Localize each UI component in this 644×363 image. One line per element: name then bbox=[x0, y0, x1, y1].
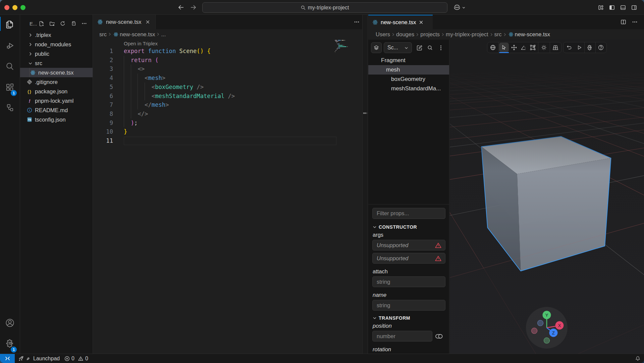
sidebar-item-triplex[interactable] bbox=[0, 99, 20, 116]
editor-more-actions-button[interactable] bbox=[354, 19, 360, 25]
panel-tab-new-scene[interactable]: new-scene.tsx bbox=[368, 15, 433, 29]
3d-viewport[interactable]: YXZ bbox=[450, 40, 644, 354]
code-line-8[interactable]: 8 </> bbox=[93, 109, 362, 119]
sidebar-item-extensions[interactable]: 1 bbox=[0, 79, 20, 96]
breadcrumb-item-src[interactable]: src bbox=[99, 31, 107, 38]
explorer-more-actions-button[interactable] bbox=[80, 20, 88, 27]
file-tree-item-src[interactable]: src bbox=[20, 58, 93, 68]
prop-input-args[interactable]: Unsupported bbox=[372, 253, 445, 264]
panel-breadcrumb-item[interactable]: my-triplex-project bbox=[446, 31, 488, 38]
scene-layers-button[interactable] bbox=[371, 42, 382, 53]
manage-button[interactable]: 1 bbox=[0, 334, 20, 352]
collapse-folders-button[interactable] bbox=[70, 20, 77, 27]
file-tree-item-pnpm-lock-yaml[interactable]: !pnpm-lock.yaml bbox=[20, 96, 93, 105]
panel-breadcrumb-item[interactable]: new-scene.tsx bbox=[515, 31, 550, 38]
breadcrumb-item-symbol[interactable]: ... bbox=[161, 31, 166, 38]
select-tool-button[interactable] bbox=[499, 42, 509, 53]
codelens-open-in-triplex[interactable]: Open in Triplex bbox=[124, 41, 158, 46]
prop-toggle-position[interactable] bbox=[435, 334, 443, 339]
minimize-window-button[interactable] bbox=[12, 5, 17, 10]
scene-tree-item-fragment[interactable]: Fragment bbox=[368, 56, 449, 65]
tsconfig-file-icon: TS bbox=[27, 117, 32, 122]
accounts-button[interactable] bbox=[0, 314, 20, 331]
lighting-button[interactable] bbox=[538, 42, 550, 53]
sidebar-item-explorer[interactable] bbox=[0, 15, 20, 33]
notifications-button[interactable] bbox=[635, 356, 641, 361]
scene-tree-item-boxgeometry[interactable]: boxGeometry bbox=[368, 75, 449, 84]
close-tab-button[interactable] bbox=[144, 19, 151, 26]
toggle-primary-sidebar-button[interactable] bbox=[606, 2, 618, 12]
code-line-9[interactable]: 9 ); bbox=[93, 119, 362, 128]
panel-breadcrumb-item[interactable]: src bbox=[494, 31, 502, 38]
navigate-forward-button[interactable] bbox=[189, 3, 198, 12]
prop-input-position[interactable]: number bbox=[372, 331, 432, 342]
zoom-window-button[interactable] bbox=[20, 5, 25, 10]
code-editor[interactable]: Open in Triplex 1export function Scene()… bbox=[93, 39, 362, 354]
scene-select-dropdown[interactable]: Sc... bbox=[384, 42, 412, 53]
file-tree-item-readme-md[interactable]: README.md bbox=[20, 105, 93, 115]
panel-breadcrumb-item[interactable]: projects bbox=[420, 31, 440, 38]
file-tree-item--gitignore[interactable]: .gitignore bbox=[20, 77, 93, 87]
scene-tree-item-meshstandardma-[interactable]: meshStandardMa... bbox=[368, 84, 449, 93]
editor-tab-new-scene[interactable]: new-scene.tsx bbox=[93, 15, 156, 29]
file-tree-item-tsconfig-json[interactable]: TStsconfig.json bbox=[20, 115, 93, 124]
viewport-settings-button[interactable] bbox=[585, 42, 595, 53]
file-tree-item-new-scene-tsx[interactable]: new-scene.tsx bbox=[20, 68, 93, 77]
grid-frame-button[interactable] bbox=[550, 42, 561, 53]
panel-breadcrumb-item[interactable]: Users bbox=[376, 31, 390, 38]
search-scene-button[interactable] bbox=[426, 44, 434, 52]
refresh-explorer-button[interactable] bbox=[59, 20, 66, 27]
scale-tool-button[interactable] bbox=[528, 42, 538, 53]
rotate-tool-button[interactable] bbox=[519, 42, 528, 53]
code-line-5[interactable]: 5 <boxGeometry /> bbox=[93, 83, 362, 92]
section-header-constructor[interactable]: CONSTRUCTOR bbox=[372, 224, 417, 230]
code-line-7[interactable]: 7 </mesh> bbox=[93, 100, 362, 109]
navigate-back-button[interactable] bbox=[176, 3, 186, 12]
close-window-button[interactable] bbox=[4, 5, 9, 10]
filter-props-input[interactable]: Filter props... bbox=[372, 208, 445, 219]
code-line-4[interactable]: 4 <mesh> bbox=[93, 74, 362, 83]
prop-input-attach[interactable]: string bbox=[372, 276, 445, 287]
code-line-2[interactable]: 2 return ( bbox=[93, 56, 362, 65]
sidebar-item-search[interactable] bbox=[0, 57, 20, 75]
breadcrumb-item-file[interactable]: new-scene.tsx bbox=[120, 31, 155, 38]
sash-handle[interactable] bbox=[363, 112, 367, 114]
help-button[interactable] bbox=[596, 42, 607, 53]
edit-code-button[interactable] bbox=[415, 44, 423, 52]
editor-panel-sash[interactable] bbox=[363, 15, 368, 354]
toggle-switch-icon[interactable] bbox=[435, 334, 443, 339]
camera-globe-button[interactable] bbox=[487, 42, 498, 53]
axis-gizmo[interactable]: YXZ bbox=[523, 305, 570, 352]
file-tree-item-package-json[interactable]: {}package.json bbox=[20, 87, 93, 96]
prop-input-name[interactable]: string bbox=[372, 300, 445, 311]
problems-status-item[interactable]: 0 0 bbox=[64, 354, 88, 363]
copilot-menu[interactable] bbox=[453, 2, 466, 12]
panel-more-actions-button[interactable] bbox=[632, 19, 638, 25]
prop-input-args[interactable]: Unsupported bbox=[372, 240, 445, 251]
command-center-search[interactable]: my-triplex-project bbox=[202, 2, 447, 13]
toggle-panel-button[interactable] bbox=[618, 2, 629, 12]
remote-indicator[interactable] bbox=[0, 354, 15, 363]
code-line-3[interactable]: 3 <> bbox=[93, 64, 362, 74]
play-button[interactable] bbox=[575, 42, 584, 53]
scene-menu-button[interactable] bbox=[437, 44, 445, 52]
new-folder-button[interactable] bbox=[48, 20, 56, 27]
new-file-button[interactable] bbox=[38, 20, 45, 27]
close-tab-button[interactable] bbox=[419, 20, 424, 25]
panel-breadcrumb-item[interactable]: douges bbox=[396, 31, 414, 38]
file-tree-item--triplex[interactable]: .triplex bbox=[20, 30, 93, 40]
toggle-secondary-sidebar-button[interactable] bbox=[629, 2, 640, 12]
file-tree-item-public[interactable]: public bbox=[20, 49, 93, 58]
customize-layout-button[interactable] bbox=[595, 2, 606, 12]
section-header-transform[interactable]: TRANSFORM bbox=[372, 315, 410, 321]
code-line-10[interactable]: 10} bbox=[93, 127, 362, 136]
sidebar-item-run-debug[interactable] bbox=[0, 37, 20, 54]
undo-button[interactable] bbox=[564, 42, 575, 53]
launchpad-status-item[interactable]: Launchpad bbox=[18, 354, 60, 363]
scene-tree-item-mesh[interactable]: mesh bbox=[368, 65, 449, 75]
code-line-6[interactable]: 6 <meshStandardMaterial /> bbox=[93, 92, 362, 101]
file-tree-item-node-modules[interactable]: node_modules bbox=[20, 40, 93, 49]
code-line-1[interactable]: 1export function Scene() { bbox=[93, 47, 362, 56]
split-editor-button[interactable] bbox=[621, 19, 626, 25]
translate-tool-button[interactable] bbox=[509, 42, 519, 53]
